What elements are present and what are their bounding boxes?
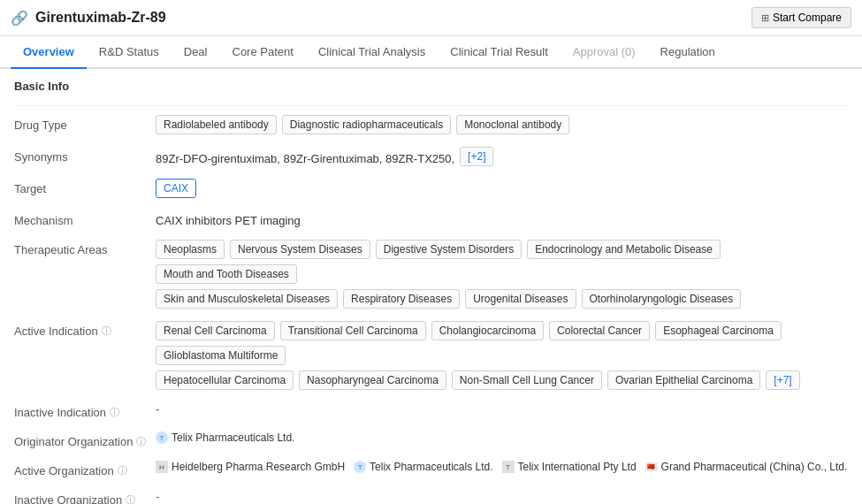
- start-compare-button[interactable]: ⊞ Start Compare: [751, 7, 851, 28]
- inactive-indication-value: -: [156, 402, 848, 416]
- therapeutic-areas-row: Therapeutic Areas Neoplasms Nervous Syst…: [14, 240, 848, 309]
- inactive-indication-text: -: [156, 402, 159, 416]
- org-telix-active[interactable]: T Telix Pharmaceuticals Ltd.: [354, 461, 492, 473]
- tag-renal: Renal Cell Carcinoma: [156, 321, 275, 340]
- tag-non-small-cell: Non-Small Cell Lung Cancer: [452, 370, 602, 390]
- mechanism-label: Mechanism: [14, 210, 156, 227]
- tag-esophageal: Esophageal Carcinoma: [655, 321, 782, 340]
- tag-monoclonal: Monoclonal antibody: [456, 115, 569, 134]
- therapeutic-areas-label: Therapeutic Areas: [14, 240, 156, 256]
- synonyms-value: 89Zr-DFO-girentuximab, 89Zr-Girentuximab…: [156, 147, 848, 166]
- tag-colorectal: Colorectal Cancer: [549, 321, 650, 340]
- org-telix-originator[interactable]: T Telix Pharmaceuticals Ltd.: [156, 431, 294, 444]
- synonyms-row: Synonyms 89Zr-DFO-girentuximab, 89Zr-Gir…: [14, 147, 848, 166]
- org-telix-active-icon: T: [354, 461, 366, 473]
- inactive-indication-info-icon[interactable]: ⓘ: [110, 406, 119, 419]
- tab-overview[interactable]: Overview: [11, 36, 87, 69]
- active-indication-label: Active Indication ⓘ: [14, 321, 156, 338]
- therapeutic-areas-row2: Skin and Musculoskeletal Diseases Respir…: [156, 289, 741, 309]
- compare-icon: ⊞: [761, 12, 769, 24]
- tag-transitional: Transitional Cell Carcinoma: [280, 321, 426, 340]
- tab-core-patent[interactable]: Core Patent: [220, 36, 306, 69]
- originator-org-info-icon[interactable]: ⓘ: [136, 435, 146, 448]
- active-org-row: Active Organization ⓘ H Heidelberg Pharm…: [14, 461, 848, 477]
- tag-otorhinolaryngologic: Otorhinolaryngologic Diseases: [582, 289, 742, 309]
- therapeutic-areas-row1: Neoplasms Nervous System Diseases Digest…: [156, 240, 848, 284]
- active-org-label: Active Organization ⓘ: [14, 461, 156, 477]
- tag-urogenital: Urogenital Diseases: [465, 289, 576, 309]
- active-indication-row1: Renal Cell Carcinoma Transitional Cell C…: [156, 321, 848, 365]
- active-indication-row2: Hepatocellular Carcinoma Nasopharyngeal …: [156, 370, 800, 390]
- active-indication-value: Renal Cell Carcinoma Transitional Cell C…: [156, 321, 848, 390]
- therapeutic-areas-value: Neoplasms Nervous System Diseases Digest…: [156, 240, 848, 309]
- tag-respiratory: Respiratory Diseases: [343, 289, 460, 309]
- tab-clinical-trial-analysis[interactable]: Clinical Trial Analysis: [306, 36, 438, 69]
- inactive-org-label: Inactive Organization ⓘ: [14, 490, 156, 504]
- tag-hepatocellular: Hepatocellular Carcinoma: [156, 370, 294, 390]
- tag-digestive: Digestive System Disorders: [376, 240, 522, 259]
- active-org-info-icon[interactable]: ⓘ: [118, 464, 127, 477]
- org-heidelberg-name: Heidelberg Pharma Research GmbH: [172, 461, 345, 473]
- mechanism-text: CAIX inhibitors PET imaging: [156, 210, 301, 227]
- page-title: Girentuximab-Zr-89: [35, 10, 166, 26]
- tag-neoplasms: Neoplasms: [156, 240, 225, 259]
- drug-type-value: Radiolabeled antibody Diagnostic radioph…: [156, 115, 848, 134]
- nav-tabs: Overview R&D Status Deal Core Patent Cli…: [0, 36, 862, 69]
- inactive-indication-row: Inactive Indication ⓘ -: [14, 402, 848, 419]
- synonyms-label: Synonyms: [14, 147, 156, 164]
- org-grand-pharma-name: Grand Pharmaceutical (China) Co., Ltd.: [661, 461, 848, 473]
- divider: [14, 105, 848, 106]
- tag-endocrinology: Endocrinology and Metabolic Disease: [527, 240, 721, 259]
- originator-org-value: T Telix Pharmaceuticals Ltd.: [156, 431, 848, 444]
- inactive-org-info-icon[interactable]: ⓘ: [126, 493, 135, 504]
- inactive-indication-label: Inactive Indication ⓘ: [14, 402, 156, 419]
- tag-diagnostic: Diagnostic radiopharmaceuticals: [282, 115, 451, 134]
- drug-icon: 🔗: [11, 10, 28, 27]
- org-grand-pharma-icon: 🇨🇳: [645, 462, 658, 471]
- synonyms-text: 89Zr-DFO-girentuximab, 89Zr-Girentuximab…: [156, 149, 454, 165]
- tab-deal[interactable]: Deal: [172, 36, 220, 69]
- tab-clinical-trial-result[interactable]: Clinical Trial Result: [438, 36, 561, 69]
- synonyms-more[interactable]: [+2]: [460, 147, 493, 166]
- org-telix-intl-name: Telix International Pty Ltd: [518, 461, 637, 473]
- tag-skin: Skin and Musculoskeletal Diseases: [156, 289, 338, 309]
- tag-radiolabeled: Radiolabeled antibody: [156, 115, 277, 134]
- target-row: Target CAIX: [14, 179, 848, 198]
- compare-btn-label: Start Compare: [773, 11, 842, 24]
- active-org-value: H Heidelberg Pharma Research GmbH T Teli…: [156, 461, 848, 473]
- header: 🔗 Girentuximab-Zr-89 ⊞ Start Compare: [0, 0, 862, 36]
- drug-type-row: Drug Type Radiolabeled antibody Diagnost…: [14, 115, 848, 134]
- tab-rd-status[interactable]: R&D Status: [87, 36, 172, 69]
- tab-regulation[interactable]: Regulation: [648, 36, 728, 69]
- org-telix-originator-name: Telix Pharmaceuticals Ltd.: [172, 431, 294, 444]
- tab-approval: Approval (0): [561, 36, 648, 69]
- originator-org-label: Originator Organization ⓘ: [14, 431, 156, 448]
- org-grand-pharma[interactable]: 🇨🇳 Grand Pharmaceutical (China) Co., Ltd…: [645, 461, 848, 473]
- tag-nervous: Nervous System Diseases: [230, 240, 370, 259]
- drug-type-label: Drug Type: [14, 115, 156, 132]
- active-indication-more[interactable]: [+7]: [766, 370, 799, 390]
- header-left: 🔗 Girentuximab-Zr-89: [11, 10, 166, 27]
- target-label: Target: [14, 179, 156, 195]
- target-value: CAIX: [156, 179, 848, 198]
- mechanism-value: CAIX inhibitors PET imaging: [156, 210, 848, 227]
- inactive-org-value: -: [156, 490, 848, 503]
- inactive-org-text: -: [156, 490, 159, 503]
- org-heidelberg[interactable]: H Heidelberg Pharma Research GmbH: [156, 461, 345, 473]
- content-area: Basic Info Drug Type Radiolabeled antibo…: [0, 69, 862, 504]
- mechanism-row: Mechanism CAIX inhibitors PET imaging: [14, 210, 848, 227]
- org-telix-intl-icon: T: [502, 461, 515, 473]
- tag-cholangio: Cholangiocarcinoma: [431, 321, 544, 340]
- tag-nasopharyngeal: Nasopharyngeal Carcinoma: [299, 370, 446, 390]
- tag-ovarian: Ovarian Epithelial Carcinoma: [607, 370, 760, 390]
- org-telix-originator-icon: T: [156, 431, 168, 444]
- org-telix-intl[interactable]: T Telix International Pty Ltd: [502, 461, 637, 473]
- active-indication-info-icon[interactable]: ⓘ: [102, 325, 111, 338]
- active-indication-row: Active Indication ⓘ Renal Cell Carcinoma…: [14, 321, 848, 390]
- org-heidelberg-icon: H: [156, 461, 168, 473]
- tag-caix[interactable]: CAIX: [156, 179, 196, 198]
- originator-org-row: Originator Organization ⓘ T Telix Pharma…: [14, 431, 848, 448]
- inactive-org-row: Inactive Organization ⓘ -: [14, 490, 848, 504]
- tag-glioblastoma: Glioblastoma Multiforme: [156, 346, 286, 365]
- tag-mouth: Mouth and Tooth Diseases: [156, 264, 297, 284]
